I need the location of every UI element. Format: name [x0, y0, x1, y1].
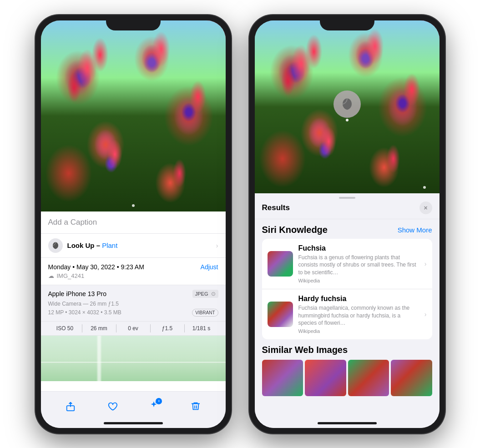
leaf-icon: [51, 242, 60, 250]
exif-ev: 0 ev: [116, 324, 151, 332]
heart-icon: [107, 401, 117, 411]
home-bar: [104, 422, 163, 424]
camera-model: Apple iPhone 13 Pro: [48, 290, 106, 297]
resolution-row: 12 MP • 3024 × 4032 • 3.5 MB VIBRANT: [48, 309, 218, 317]
results-title: Results: [262, 203, 290, 212]
exif-shutter: 1/181 s: [185, 324, 218, 332]
caption-placeholder: Add a Caption: [48, 218, 97, 227]
lookup-label: Look Up – Plant: [67, 242, 212, 249]
camera-lens: Wide Camera — 26 mm ƒ1.5: [48, 301, 218, 307]
similar-image-2[interactable]: [305, 360, 346, 396]
fuchsia-item[interactable]: Fuchsia Fuchsia is a genus of flowering …: [262, 239, 432, 289]
similar-image-3[interactable]: [348, 360, 389, 396]
exif-focal: 26 mm: [82, 324, 116, 332]
camera-header: Apple iPhone 13 Pro JPEG ⊙: [48, 290, 218, 298]
similar-image-1[interactable]: [262, 360, 303, 396]
exif-iso: ISO 50: [48, 324, 82, 332]
knowledge-card: Fuchsia Fuchsia is a genus of flowering …: [262, 239, 432, 340]
delete-button[interactable]: [187, 397, 205, 415]
lookup-row[interactable]: Look Up – Plant ›: [41, 234, 226, 258]
share-icon: [66, 401, 76, 411]
info-button[interactable]: i: [145, 397, 163, 415]
hardy-name: Hardy fuchsia: [298, 295, 419, 303]
notch: [106, 15, 161, 30]
map-roads: [41, 336, 226, 381]
results-content: Siri Knowledge Show More Fuchsia Fuchsia…: [255, 219, 440, 419]
results-header: Results ×: [255, 199, 440, 219]
info-section: Look Up – Plant › Monday • May 30, 2022 …: [41, 234, 226, 391]
filename: IMG_4241: [57, 272, 85, 279]
date-text: Monday • May 30, 2022 • 9:23 AM: [48, 263, 144, 271]
lookup-bold: Look Up –: [67, 242, 101, 249]
notch-right: [320, 15, 374, 30]
close-label: ×: [424, 204, 427, 211]
lookup-chevron: ›: [216, 242, 218, 249]
fuchsia-chevron: ›: [424, 260, 427, 267]
share-button[interactable]: [61, 397, 80, 415]
left-screen: Add a Caption Look Up – Plant ›: [41, 20, 226, 428]
sheet-handle: [255, 193, 440, 199]
similar-section: Similar Web Images: [255, 345, 440, 396]
exif-row: ISO 50 26 mm 0 ev ƒ1.5 1/181 s: [41, 322, 226, 336]
resolution-text: 12 MP • 3024 × 4032 • 3.5 MB: [48, 309, 121, 316]
favorite-button[interactable]: [103, 397, 121, 415]
lookup-icon: [48, 238, 63, 253]
right-phone: Results × Siri Knowledge Show More: [249, 15, 445, 433]
fuchsia-text: Fuchsia Fuchsia is a genus of flowering …: [298, 244, 419, 283]
fuchsia-thumbnail: [268, 251, 293, 277]
results-sheet: Results × Siri Knowledge Show More: [255, 193, 440, 419]
photo-dot-right: [423, 186, 426, 189]
flower-overlay: [41, 20, 226, 211]
hardy-thumbnail: [268, 302, 293, 327]
fuchsia-source: Wikipedia: [298, 278, 419, 283]
similar-images-grid: [262, 360, 432, 396]
date-row: Monday • May 30, 2022 • 9:23 AM Adjust: [48, 263, 218, 271]
fuchsia-name: Fuchsia: [298, 244, 419, 252]
hardy-thumb-image: [268, 302, 293, 327]
photo-view[interactable]: [41, 20, 226, 211]
hardy-text: Hardy fuchsia Fuchsia magellanica, commo…: [298, 295, 419, 334]
date-section: Monday • May 30, 2022 • 9:23 AM Adjust ☁…: [41, 258, 226, 285]
hardy-fuchsia-item[interactable]: Hardy fuchsia Fuchsia magellanica, commo…: [262, 289, 432, 339]
exif-aperture: ƒ1.5: [151, 324, 185, 332]
home-indicator-right: [255, 419, 440, 428]
camera-section: Apple iPhone 13 Pro JPEG ⊙ Wide Camera —…: [41, 285, 226, 322]
fuchsia-description: Fuchsia is a genus of flowering plants t…: [298, 254, 419, 277]
hardy-chevron: ›: [424, 311, 427, 318]
similar-image-4[interactable]: [391, 360, 432, 396]
show-more-button[interactable]: Show More: [398, 226, 432, 234]
leaf-siri-icon: [340, 97, 354, 111]
format-label: JPEG: [195, 291, 208, 297]
siri-lookup-button[interactable]: [333, 91, 361, 118]
home-bar-right: [318, 422, 377, 424]
siri-knowledge-header: Siri Knowledge Show More: [255, 225, 440, 239]
hardy-source: Wikipedia: [298, 328, 419, 334]
siri-dot: [346, 119, 349, 121]
cloud-icon: ☁: [48, 272, 54, 279]
close-button[interactable]: ×: [419, 201, 432, 214]
fuchsia-thumb-image: [268, 251, 293, 277]
adjust-button[interactable]: Adjust: [201, 263, 218, 271]
siri-knowledge-title: Siri Knowledge: [262, 225, 328, 235]
caption-area[interactable]: Add a Caption: [41, 211, 226, 234]
filename-row: ☁ IMG_4241: [48, 272, 218, 279]
map-area[interactable]: [41, 336, 226, 381]
vibrant-badge: VIBRANT: [192, 309, 218, 317]
left-phone: Add a Caption Look Up – Plant ›: [35, 15, 231, 433]
format-badge: JPEG ⊙: [192, 290, 218, 298]
info-badge: i: [156, 398, 162, 404]
right-screen: Results × Siri Knowledge Show More: [255, 20, 440, 428]
home-indicator: [41, 419, 226, 428]
bottom-toolbar: i: [41, 391, 226, 419]
similar-title: Similar Web Images: [262, 345, 432, 355]
photo-indicator-dot: [132, 204, 135, 207]
location-icon: ⊙: [211, 291, 216, 297]
trash-icon: [191, 401, 201, 411]
photo-area-right[interactable]: [255, 20, 440, 193]
hardy-description: Fuchsia magellanica, commonly known as t…: [298, 304, 419, 327]
